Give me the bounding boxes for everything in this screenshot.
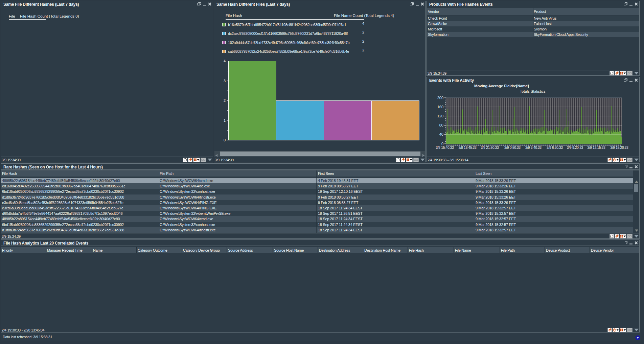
svg-text:1: 1 (224, 118, 226, 122)
svg-text:160: 160 (437, 105, 443, 109)
svg-text:2: 2 (224, 98, 226, 102)
svg-text:3/9 0:50:33: 3/9 0:50:33 (504, 146, 521, 150)
svg-text:3/9 15:20:33: 3/9 15:20:33 (610, 146, 628, 150)
svg-text:0: 0 (441, 142, 443, 146)
svg-text:3/8 18:45:33: 3/8 18:45:33 (458, 146, 477, 150)
svg-text:40: 40 (439, 132, 443, 136)
svg-text:80: 80 (439, 123, 443, 127)
svg-text:4: 4 (224, 59, 226, 63)
svg-text:3/9 9:20:33: 3/9 9:20:33 (567, 146, 583, 150)
svg-text:3/9 12:15:33: 3/9 12:15:33 (587, 146, 605, 150)
svg-text:3/8 21:50:33: 3/8 21:50:33 (481, 146, 499, 150)
svg-text:3/9 6:30:33: 3/9 6:30:33 (547, 146, 563, 150)
svg-text:0: 0 (224, 138, 226, 142)
svg-text:3/9 3:40:33: 3/9 3:40:33 (525, 146, 542, 150)
svg-text:3/8 15:40:33: 3/8 15:40:33 (436, 146, 454, 150)
svg-text:120: 120 (437, 114, 443, 118)
svg-text:3: 3 (224, 79, 226, 83)
svg-text:200: 200 (437, 96, 443, 100)
